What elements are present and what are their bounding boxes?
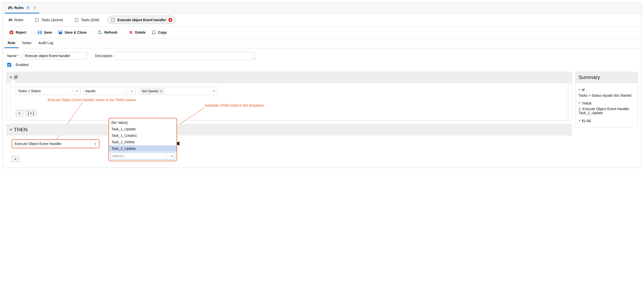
cpm-option-task2-update[interactable]: Task_2_Update	[109, 145, 176, 152]
sec-tab-label: Execute object Event handler	[118, 18, 166, 22]
clipboard-icon: 📋	[110, 17, 116, 22]
sec-tab-tasks-edit[interactable]: 📋 Tasks (Edit)	[71, 16, 102, 24]
toolbar-label: Delete	[135, 30, 146, 34]
if-title: IF	[14, 74, 18, 80]
annotation-then-action: Execute Object Event Handler action in t…	[48, 98, 136, 102]
then-section-header[interactable]: THEN	[6, 124, 572, 135]
summary-if-label: IF	[582, 88, 585, 92]
description-label: Description	[95, 54, 112, 58]
cpm-option-novalue[interactable]: [No Value]	[109, 119, 176, 126]
delete-icon	[129, 30, 133, 35]
summary-panel: Summary IF Tasks > Status equals Not Sta…	[576, 72, 638, 128]
sec-tab-rules[interactable]: 🎮 Rules	[5, 16, 26, 23]
then-action-dropdown[interactable]: Execute Object Event Handler ⋮⋮ ▼	[12, 139, 100, 148]
delete-button[interactable]: Delete	[126, 29, 149, 36]
description-input[interactable]	[116, 52, 255, 60]
toolbar-label: Reject	[16, 30, 26, 34]
rules-count-badge: 4	[25, 5, 30, 10]
collapse-icon	[10, 76, 12, 78]
inner-tab-notes[interactable]: Notes	[19, 38, 35, 48]
name-input[interactable]	[23, 52, 88, 59]
search-placeholder: Search...	[112, 154, 126, 158]
enabled-checkbox[interactable]	[7, 63, 11, 67]
then-title: THEN	[14, 127, 28, 133]
save-button[interactable]: Save	[34, 29, 55, 36]
controller-icon: 🎮	[8, 5, 13, 10]
reject-button[interactable]: Reject	[6, 29, 29, 36]
add-group-button[interactable]: [ + ]	[25, 110, 37, 116]
sec-tab-execute-handler[interactable]: 📋 Execute object Event handler	[107, 16, 176, 24]
value-chip[interactable]: Not Started✕	[140, 88, 164, 94]
enabled-label: Enabled	[16, 63, 28, 67]
summary-if-text: Tasks > Status equals Not Started	[579, 93, 634, 97]
add-condition-button[interactable]: +	[16, 110, 23, 116]
remove-chip-icon[interactable]: ✕	[160, 89, 162, 93]
summary-else-label: ELSE	[582, 119, 591, 123]
value-text: Not Started	[142, 89, 158, 93]
divider	[123, 30, 123, 35]
chevron-down-icon: ▼	[94, 143, 96, 146]
divider	[32, 30, 32, 35]
toolbar-label: Copy	[158, 30, 167, 34]
cpm-option-task1-update[interactable]: Task_1_Update	[109, 126, 176, 132]
cpm-dropdown-popup: [No Value] Task_1_Update Task_1_Create1 …	[108, 118, 177, 161]
clipboard-icon: 📋	[74, 17, 79, 22]
save-icon	[38, 30, 42, 35]
cpm-option-task1-delete[interactable]: Task_1_Delete	[109, 139, 176, 145]
copy-icon	[152, 30, 156, 35]
refresh-button[interactable]: Refresh	[95, 29, 120, 36]
summary-title: Summary	[576, 72, 638, 83]
inner-tab-rule[interactable]: Rule	[4, 38, 19, 48]
controller-icon: 🎮	[8, 18, 12, 22]
annotation-cpm-dropdown: Available CPMs listed in the dropdown	[205, 103, 264, 107]
if-section-header[interactable]: IF	[6, 72, 572, 83]
top-tab-bar: 🎮 Rules 4 ✕	[3, 3, 641, 14]
operator-dropdown[interactable]: equals ⋮⋮ ▼	[83, 87, 136, 95]
field-value: Tasks > Status	[18, 89, 41, 93]
inner-tabs: Rule Notes Audit Log	[3, 38, 641, 48]
drag-handle-icon: ⋮⋮	[68, 89, 74, 93]
value-dropdown[interactable]: Not Started✕ ▼	[138, 87, 218, 95]
top-tab-label: Rules	[14, 6, 24, 10]
then-action-value: Execute Object Event Handler	[15, 142, 62, 146]
sec-tab-label: Rules	[14, 18, 24, 22]
cpm-option-task1-create1[interactable]: Task_1_Create1	[109, 132, 176, 139]
save-close-icon	[58, 30, 62, 35]
triangle-icon	[578, 103, 581, 104]
chevron-down-icon: ▼	[213, 89, 216, 92]
drag-handle-icon: ⋮⋮	[122, 89, 128, 93]
close-icon[interactable]	[168, 18, 172, 22]
chevron-down-icon: ▼	[170, 155, 173, 158]
svg-rect-6	[59, 31, 61, 32]
refresh-icon	[98, 30, 102, 35]
sec-tab-label: Tasks (Active)	[42, 18, 63, 22]
toolbar-label: Save	[44, 30, 52, 34]
cpm-search-input[interactable]: Search... ⋮⋮ ▼	[110, 152, 175, 159]
bracket-icon	[10, 80, 16, 87]
copy-button[interactable]: Copy	[149, 29, 170, 36]
summary-then-label: THEN	[582, 101, 591, 105]
close-icon[interactable]: ✕	[33, 6, 36, 10]
reject-icon	[9, 30, 14, 35]
condition-row: Tasks > Status ⋮⋮ ▼ equals ⋮⋮ ▼ Not Star…	[16, 87, 566, 95]
collapse-icon	[10, 129, 12, 131]
toolbar-label: Save & Close	[64, 30, 87, 34]
summary-then-text: 1. Execute Object Event Handler Task_2_U…	[579, 107, 634, 115]
name-label: Name*	[7, 54, 20, 58]
inner-tab-audit[interactable]: Audit Log	[35, 38, 56, 48]
toolbar-label: Refresh	[104, 30, 117, 34]
drag-handle-icon: ⋮⋮	[162, 154, 168, 158]
top-tab-rules[interactable]: 🎮 Rules 4 ✕	[5, 3, 39, 13]
svg-rect-4	[39, 33, 41, 34]
sec-tab-tasks-active[interactable]: 📋 Tasks (Active)	[32, 16, 66, 24]
sec-tab-label: Tasks (Edit)	[81, 18, 99, 22]
save-close-button[interactable]: Save & Close	[55, 29, 90, 36]
operator-value: equals	[85, 89, 96, 93]
field-dropdown[interactable]: Tasks > Status ⋮⋮ ▼	[16, 87, 80, 95]
svg-rect-8	[153, 31, 156, 33]
drag-handle-icon: ⋮⋮	[86, 142, 92, 146]
action-toolbar: Reject Save Save & Close Refresh Delete …	[3, 27, 641, 38]
triangle-icon	[578, 89, 581, 91]
add-action-button[interactable]: +	[12, 156, 19, 162]
chevron-down-icon: ▼	[130, 90, 133, 93]
